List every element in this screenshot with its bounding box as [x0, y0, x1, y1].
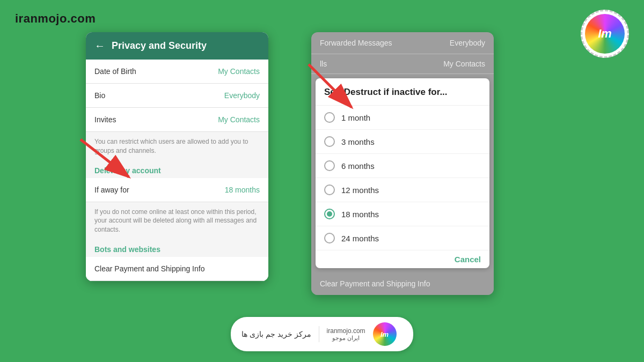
calls-value: My Contacts [443, 60, 485, 68]
bio-label: Bio [94, 91, 105, 100]
invites-value: My Contacts [218, 115, 260, 124]
forwarded-messages-item[interactable]: Forwarded Messages Everybody [311, 32, 494, 54]
left-arrow-svg [75, 134, 145, 188]
clear-payment-label: Clear Payment and Shipping Info [94, 264, 204, 273]
clear-payment-item[interactable]: Clear Payment and Shipping Info [86, 257, 268, 281]
radio-label-12months: 12 months [341, 186, 379, 195]
banner-site-fa: ایران موجو [332, 335, 360, 342]
radio-circle-24months [324, 233, 335, 243]
watermark: iranmojo.com [15, 12, 96, 26]
radio-circle-3months [324, 136, 335, 147]
radio-label-3months: 3 months [341, 137, 375, 146]
radio-18months[interactable]: 18 months [316, 202, 489, 226]
svg-line-1 [80, 139, 129, 177]
radio-6months[interactable]: 6 months [316, 154, 489, 178]
logo-circle: Im [581, 10, 629, 58]
right-bottom-text: Clear Payment and Shipping Info [320, 279, 430, 288]
right-bottom: Clear Payment and Shipping Info [311, 272, 494, 295]
dialog-footer: Cancel [316, 250, 489, 268]
radio-3months[interactable]: 3 months [316, 130, 489, 154]
away-description: If you do not come online at least once … [86, 202, 268, 240]
menu-item-dob[interactable]: Date of Birth My Contacts [86, 60, 268, 84]
dob-value: My Contacts [218, 67, 260, 76]
menu-item-bio[interactable]: Bio Everybody [86, 84, 268, 108]
bio-value: Everybody [224, 91, 260, 100]
banner-site: iranmojo.com [327, 327, 365, 335]
logo-text: Im [598, 27, 612, 41]
banner-logo-text: Im [380, 330, 389, 338]
invites-label: Invites [94, 115, 116, 124]
panel-title: Privacy and Security [112, 40, 207, 51]
radio-circle-12months [324, 184, 335, 195]
svg-line-3 [309, 64, 352, 107]
away-value: 18 months [225, 186, 260, 194]
banner-text-fa: مرکز خرید جم بازی ها [241, 330, 311, 338]
forwarded-label: Forwarded Messages [320, 39, 392, 47]
cancel-button[interactable]: Cancel [455, 255, 481, 264]
radio-12months[interactable]: 12 months [316, 178, 489, 202]
banner-divider [319, 326, 319, 342]
radio-inner-18months [327, 211, 332, 217]
forwarded-value: Everybody [450, 39, 485, 47]
panel-header: ← Privacy and Security [86, 32, 268, 60]
banner-logo-area: iranmojo.com ایران موجو [327, 327, 365, 342]
banner-logo-small: Im [373, 322, 397, 346]
radio-label-6months: 6 months [341, 161, 375, 171]
radio-24months[interactable]: 24 months [316, 226, 489, 250]
bots-section-header: Bots and websites [86, 240, 268, 257]
back-arrow-icon[interactable]: ← [94, 40, 105, 52]
radio-circle-6months [324, 160, 335, 171]
radio-label-18months: 18 months [341, 210, 379, 219]
right-arrow-svg [303, 59, 368, 118]
logo-inner: Im [585, 14, 625, 54]
radio-circle-18months [324, 209, 335, 219]
menu-item-invites[interactable]: Invites My Contacts [86, 108, 268, 132]
dob-label: Date of Birth [94, 67, 136, 76]
bottom-banner: مرکز خرید جم بازی ها iranmojo.com ایران … [231, 317, 413, 351]
radio-label-24months: 24 months [341, 234, 379, 243]
